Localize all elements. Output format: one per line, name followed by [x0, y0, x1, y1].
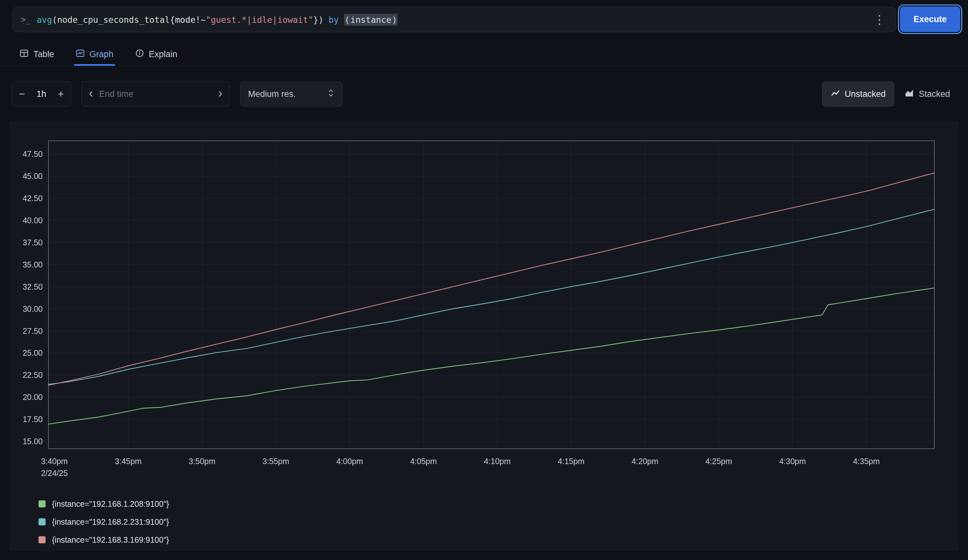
svg-text:45.00: 45.00 — [22, 172, 43, 180]
query-input[interactable]: avg(node_cpu_seconds_total{mode!~"guest.… — [36, 15, 864, 25]
query-bar: >_ avg(node_cpu_seconds_total{mode!~"gue… — [12, 7, 896, 32]
svg-text:4:05pm: 4:05pm — [410, 457, 437, 466]
svg-text:20.00: 20.00 — [22, 393, 43, 401]
stacked-area-icon — [905, 88, 914, 100]
svg-text:4:20pm: 4:20pm — [632, 457, 658, 466]
execute-button[interactable]: Execute — [900, 7, 960, 32]
tab-label: Explain — [149, 50, 177, 59]
svg-text:15.00: 15.00 — [22, 437, 43, 446]
legend-label: {instance="192.168.2.231:9100"} — [52, 517, 169, 527]
stacking-toggle-group: Unstacked Stacked — [822, 81, 958, 106]
svg-text:3:45pm: 3:45pm — [115, 457, 141, 466]
chevron-up-down-icon — [327, 88, 335, 100]
svg-text:32.50: 32.50 — [22, 282, 43, 291]
chevron-right-icon[interactable] — [217, 90, 223, 98]
svg-text:4:10pm: 4:10pm — [484, 457, 511, 466]
graph-canvas[interactable]: 15.0017.5020.0022.5025.0027.5030.0032.50… — [10, 121, 958, 493]
svg-text:30.00: 30.00 — [22, 304, 43, 313]
svg-text:3:40pm: 3:40pm — [41, 457, 68, 466]
end-time-picker[interactable]: End time — [81, 81, 230, 106]
range-value[interactable]: 1h — [36, 89, 46, 99]
svg-text:3:55pm: 3:55pm — [262, 457, 289, 466]
resolution-value: Medium res. — [248, 89, 296, 99]
table-icon — [19, 48, 29, 60]
svg-text:25.00: 25.00 — [22, 348, 43, 357]
info-icon — [135, 48, 144, 60]
svg-text:22.50: 22.50 — [22, 370, 43, 380]
svg-text:17.50: 17.50 — [22, 415, 43, 424]
tab-explain[interactable]: Explain — [134, 44, 179, 66]
line-chart-icon — [830, 88, 840, 100]
svg-text:47.50: 47.50 — [22, 149, 43, 159]
legend-item[interactable]: {instance="192.168.2.231:9100"} — [38, 514, 169, 530]
graph-icon — [75, 48, 85, 60]
legend-color-swatch — [38, 518, 46, 525]
toggle-label: Unstacked — [845, 89, 886, 99]
range-stepper: − 1h + — [12, 81, 71, 106]
end-time-placeholder: End time — [99, 89, 217, 99]
svg-text:4:15pm: 4:15pm — [558, 457, 585, 466]
legend-color-swatch — [38, 536, 46, 543]
tab-table[interactable]: Table — [18, 44, 56, 66]
svg-text:3:50pm: 3:50pm — [189, 457, 215, 466]
decrease-range-button[interactable]: − — [19, 89, 25, 99]
prometheus-app: >_ avg(node_cpu_seconds_total{mode!~"gue… — [0, 0, 968, 560]
chevron-left-icon[interactable] — [88, 90, 94, 98]
svg-text:42.50: 42.50 — [22, 194, 43, 203]
svg-text:37.50: 37.50 — [22, 238, 43, 247]
legend-item[interactable]: {instance="192.168.3.169:9100"} — [38, 532, 169, 548]
svg-text:27.50: 27.50 — [22, 327, 43, 335]
legend-label: {instance="192.168.3.169:9100"} — [52, 535, 169, 545]
terminal-prompt-icon: >_ — [21, 15, 30, 25]
tab-label: Table — [33, 50, 54, 59]
svg-text:4:35pm: 4:35pm — [853, 457, 880, 466]
graph-panel: 15.0017.5020.0022.5025.0027.5030.0032.50… — [10, 121, 958, 551]
resolution-select[interactable]: Medium res. — [240, 81, 343, 106]
svg-text:35.00: 35.00 — [22, 260, 43, 269]
svg-text:4:25pm: 4:25pm — [706, 457, 732, 466]
toggle-label: Stacked — [918, 89, 950, 99]
stacked-toggle[interactable]: Stacked — [896, 81, 958, 106]
legend-label: {instance="192.168.1.208:9100"} — [52, 499, 169, 509]
svg-text:4:00pm: 4:00pm — [336, 457, 363, 466]
tab-bar: Table Graph Explain — [0, 44, 968, 66]
legend-color-swatch — [38, 501, 46, 507]
tab-label: Graph — [90, 50, 114, 59]
unstacked-toggle[interactable]: Unstacked — [822, 81, 895, 106]
svg-text:40.00: 40.00 — [22, 216, 43, 225]
svg-text:2/24/25: 2/24/25 — [41, 469, 68, 477]
kebab-menu-button[interactable]: ⋮ — [872, 13, 887, 26]
legend-item[interactable]: {instance="192.168.1.208:9100"} — [38, 496, 169, 512]
graph-controls: − 1h + End time Medium res. — [12, 81, 343, 106]
query-expression: avg(node_cpu_seconds_total{mode!~"guest.… — [36, 14, 398, 26]
tab-graph[interactable]: Graph — [74, 44, 115, 66]
increase-range-button[interactable]: + — [58, 89, 64, 99]
svg-text:4:30pm: 4:30pm — [779, 457, 806, 466]
graph-legend: {instance="192.168.1.208:9100"}{instance… — [38, 496, 169, 548]
